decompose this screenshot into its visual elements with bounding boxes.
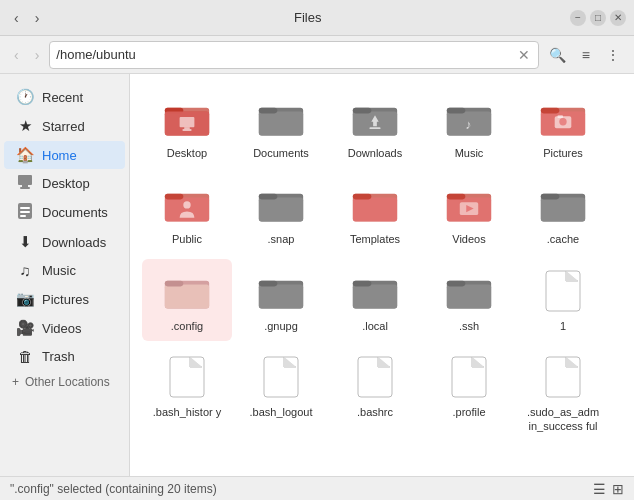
sidebar-item-starred[interactable]: ★ Starred — [4, 112, 125, 140]
address-input[interactable] — [56, 47, 511, 62]
file-name-public: Public — [172, 232, 202, 246]
file-item-downloads[interactable]: Downloads — [330, 86, 420, 168]
nav-forward-button[interactable]: › — [29, 43, 46, 67]
svg-rect-15 — [259, 112, 303, 136]
file-icon-bashrc — [351, 353, 399, 401]
svg-rect-13 — [182, 129, 191, 131]
view-toggle-button[interactable]: ≡ — [576, 43, 596, 67]
nav-back-button[interactable]: ‹ — [8, 43, 25, 67]
file-name-ssh: .ssh — [459, 319, 479, 333]
file-item-ssh[interactable]: .ssh — [424, 259, 514, 341]
file-item-bash-history[interactable]: .bash_histor y — [142, 345, 232, 442]
file-item-templates[interactable]: Templates — [330, 172, 420, 254]
statusbar-right: ☰ ⊞ — [593, 481, 624, 497]
minimize-button[interactable]: − — [570, 10, 586, 26]
svg-rect-28 — [541, 108, 559, 114]
svg-rect-21 — [369, 127, 380, 129]
sidebar-item-trash[interactable]: 🗑 Trash — [4, 343, 125, 370]
menu-button[interactable]: ⋮ — [600, 43, 626, 67]
folder-icon-gnupg — [257, 267, 305, 315]
starred-icon: ★ — [16, 117, 34, 135]
file-name-downloads: Downloads — [348, 146, 402, 160]
search-button[interactable]: 🔍 — [543, 43, 572, 67]
file-icon-sudo-as-admin — [539, 353, 587, 401]
file-area: Desktop Documents — [130, 74, 634, 476]
svg-rect-62 — [546, 271, 580, 311]
sidebar: 🕐 Recent ★ Starred 🏠 Home Desktop Docume… — [0, 74, 130, 476]
main-area: 🕐 Recent ★ Starred 🏠 Home Desktop Docume… — [0, 74, 634, 476]
address-bar: ✕ — [49, 41, 538, 69]
sidebar-item-home[interactable]: 🏠 Home — [4, 141, 125, 169]
file-item-snap[interactable]: .snap — [236, 172, 326, 254]
maximize-button[interactable]: □ — [590, 10, 606, 26]
other-locations-label: Other Locations — [25, 375, 110, 389]
file-name-snap: .snap — [268, 232, 295, 246]
svg-rect-60 — [447, 284, 491, 308]
svg-rect-49 — [541, 194, 559, 200]
file-item-bashrc[interactable]: .bashrc — [330, 345, 420, 442]
file-name-cache: .cache — [547, 232, 579, 246]
sidebar-label-downloads: Downloads — [42, 235, 106, 250]
svg-point-35 — [183, 202, 190, 209]
videos-icon: 🎥 — [16, 319, 34, 337]
close-button[interactable]: ✕ — [610, 10, 626, 26]
svg-rect-52 — [165, 280, 183, 286]
file-item-profile[interactable]: .profile — [424, 345, 514, 442]
folder-icon-downloads — [351, 94, 399, 142]
folder-icon-public — [163, 180, 211, 228]
file-item-public[interactable]: Public — [142, 172, 232, 254]
file-name-videos: Videos — [452, 232, 485, 246]
file-name-local: .local — [362, 319, 388, 333]
file-name-pictures: Pictures — [543, 146, 583, 160]
toolbar: ‹ › ✕ 🔍 ≡ ⋮ — [0, 36, 634, 74]
sidebar-item-documents[interactable]: Documents — [4, 198, 125, 227]
file-item-videos[interactable]: Videos — [424, 172, 514, 254]
forward-button[interactable]: › — [29, 6, 46, 30]
sidebar-item-downloads[interactable]: ⬇ Downloads — [4, 228, 125, 256]
file-item-desktop[interactable]: Desktop — [142, 86, 232, 168]
back-button[interactable]: ‹ — [8, 6, 25, 30]
svg-rect-11 — [180, 117, 195, 127]
file-item-local[interactable]: .local — [330, 259, 420, 341]
file-item-gnupg[interactable]: .gnupg — [236, 259, 326, 341]
pictures-icon: 📷 — [16, 290, 34, 308]
other-locations-item[interactable]: + Other Locations — [0, 371, 129, 393]
file-name-desktop: Desktop — [167, 146, 207, 160]
file-item-bash-logout[interactable]: .bash_logout — [236, 345, 326, 442]
sidebar-item-videos[interactable]: 🎥 Videos — [4, 314, 125, 342]
svg-rect-4 — [20, 207, 30, 209]
sidebar-label-videos: Videos — [42, 321, 82, 336]
file-name-config: .config — [171, 319, 203, 333]
file-item-1[interactable]: 1 — [518, 259, 608, 341]
file-item-music[interactable]: ♪ Music — [424, 86, 514, 168]
sidebar-item-desktop[interactable]: Desktop — [4, 170, 125, 197]
svg-rect-24 — [447, 108, 465, 114]
grid-view-button[interactable]: ⊞ — [612, 481, 624, 497]
svg-rect-2 — [20, 187, 30, 189]
file-icon-1 — [539, 267, 587, 315]
address-clear-button[interactable]: ✕ — [516, 47, 532, 63]
sidebar-item-pictures[interactable]: 📷 Pictures — [4, 285, 125, 313]
sidebar-label-trash: Trash — [42, 349, 75, 364]
svg-rect-44 — [447, 194, 465, 200]
file-item-cache[interactable]: .cache — [518, 172, 608, 254]
sidebar-item-recent[interactable]: 🕐 Recent — [4, 83, 125, 111]
svg-rect-34 — [165, 194, 183, 200]
svg-rect-5 — [20, 211, 30, 213]
window-title: Files — [49, 10, 566, 25]
sidebar-label-pictures: Pictures — [42, 292, 89, 307]
file-item-sudo-as-admin[interactable]: .sudo_as_adm in_success ful — [518, 345, 608, 442]
file-item-documents[interactable]: Documents — [236, 86, 326, 168]
list-view-button[interactable]: ☰ — [593, 481, 606, 497]
file-item-config[interactable]: .config — [142, 259, 232, 341]
file-item-pictures[interactable]: Pictures — [518, 86, 608, 168]
file-name-bash-history: .bash_histor y — [153, 405, 221, 419]
svg-rect-0 — [18, 175, 32, 185]
sidebar-item-music[interactable]: ♫ Music — [4, 257, 125, 284]
svg-rect-33 — [165, 198, 209, 222]
home-icon: 🏠 — [16, 146, 34, 164]
file-icon-profile — [445, 353, 493, 401]
file-icon-bash-logout — [257, 353, 305, 401]
music-icon: ♫ — [16, 262, 34, 279]
svg-text:♪: ♪ — [465, 117, 471, 132]
